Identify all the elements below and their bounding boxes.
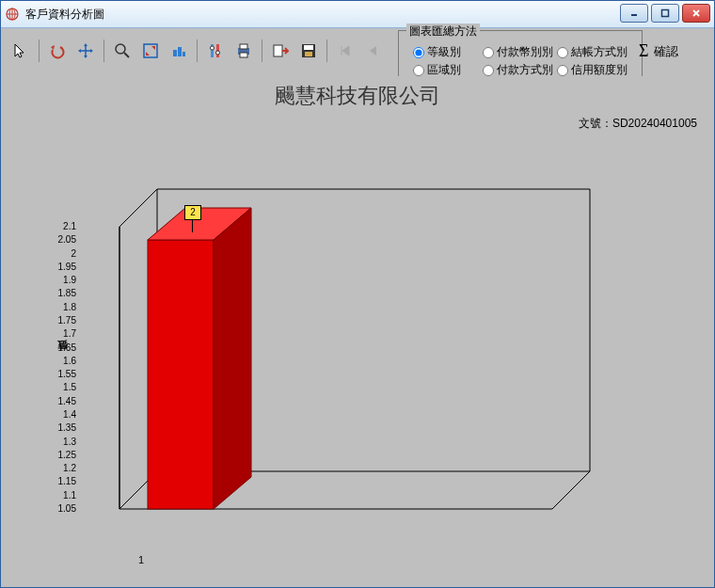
- y-tick: 1.05: [52, 503, 76, 514]
- company-title: 颺慧科技有限公司: [7, 82, 708, 110]
- window-title: 客戶資料分析圖: [25, 7, 104, 23]
- radio-input[interactable]: [557, 47, 568, 58]
- marker-line: [192, 219, 193, 232]
- prev-icon: [362, 40, 385, 62]
- y-tick: 1.7: [52, 328, 76, 339]
- y-tick: 1.75: [52, 315, 76, 326]
- svg-line-11: [124, 53, 129, 57]
- svg-rect-23: [274, 45, 282, 56]
- svg-rect-14: [178, 47, 182, 56]
- y-tick: 1.8: [52, 302, 76, 312]
- svg-rect-5: [662, 10, 669, 17]
- value-marker: 2: [184, 205, 201, 220]
- close-button[interactable]: [682, 4, 710, 23]
- window-buttons: [620, 4, 710, 23]
- radio-0[interactable]: 等級別: [413, 44, 479, 60]
- save-icon[interactable]: [297, 40, 320, 62]
- svg-rect-31: [148, 240, 214, 509]
- settings-icon[interactable]: [204, 40, 227, 62]
- y-tick: 1.55: [52, 369, 76, 379]
- zoom-in-icon[interactable]: [139, 40, 162, 62]
- y-tick: 2.1: [52, 221, 76, 231]
- radio-input[interactable]: [483, 47, 494, 58]
- y-tick: 2: [52, 248, 76, 259]
- y-tick: 1.95: [52, 262, 76, 272]
- radio-input[interactable]: [413, 47, 424, 58]
- svg-rect-22: [240, 53, 247, 57]
- radio-input[interactable]: [557, 65, 568, 76]
- zoom-icon[interactable]: [111, 40, 134, 62]
- radio-2[interactable]: 結帳方式別: [557, 44, 628, 60]
- toolbar: 圖表匯總方法 等級別付款幣別別結帳方式別區域別付款方式別信用額度別 Σ 確認: [1, 28, 714, 79]
- app-window: 客戶資料分析圖 圖表匯總方法 等級別付款幣別別結帳方式別區域別付款方式別信用額度…: [0, 0, 715, 588]
- y-tick: 1.85: [52, 288, 76, 298]
- separator: [197, 40, 198, 62]
- y-tick: 1.5: [52, 382, 76, 392]
- print-icon[interactable]: [232, 40, 255, 62]
- chart-3d-icon[interactable]: [167, 40, 190, 62]
- doc-number: 文號：SD20240401005: [579, 116, 697, 132]
- svg-point-19: [216, 51, 220, 55]
- move-icon[interactable]: [74, 40, 97, 62]
- y-tick: 1.65: [52, 342, 76, 353]
- sigma-icon: Σ: [639, 41, 648, 61]
- radio-input[interactable]: [483, 65, 494, 76]
- svg-rect-13: [173, 50, 177, 56]
- separator: [262, 40, 262, 62]
- y-tick: 1.45: [52, 396, 76, 406]
- separator: [326, 40, 327, 62]
- y-tick: 1.1: [52, 490, 76, 501]
- chart-svg: [82, 180, 609, 547]
- y-ticks: 2.12.0521.951.91.851.81.751.71.651.61.55…: [78, 180, 112, 547]
- svg-point-18: [211, 46, 214, 50]
- chart-area: 颺慧科技有限公司 文號：SD20240401005: [7, 76, 708, 581]
- svg-point-10: [116, 44, 125, 54]
- group-legend: 圖表匯總方法: [406, 24, 480, 40]
- pointer-icon[interactable]: [9, 40, 32, 62]
- chart-plot: 2 數值 2.12.0521.951.91.851.81.751.71.651.…: [82, 180, 609, 547]
- svg-marker-33: [214, 208, 251, 509]
- undo-icon[interactable]: [46, 40, 69, 62]
- y-tick: 1.3: [52, 437, 76, 447]
- radio-input[interactable]: [413, 65, 424, 76]
- svg-rect-25: [304, 45, 313, 50]
- y-tick: 1.4: [52, 409, 76, 420]
- svg-rect-15: [183, 52, 185, 56]
- y-tick: 1.35: [52, 422, 76, 433]
- y-tick: 1.6: [52, 356, 76, 366]
- y-tick: 1.9: [52, 275, 76, 285]
- confirm-label: 確認: [654, 43, 678, 60]
- y-tick: 1.25: [52, 450, 76, 460]
- svg-line-36: [552, 189, 590, 227]
- maximize-button[interactable]: [651, 4, 679, 23]
- app-icon: [5, 7, 20, 22]
- y-tick: 1.15: [52, 476, 76, 486]
- confirm-button[interactable]: Σ 確認: [639, 41, 678, 61]
- svg-rect-26: [305, 52, 312, 56]
- export-icon[interactable]: [269, 40, 292, 62]
- y-tick: 1.2: [52, 463, 76, 473]
- titlebar: 客戶資料分析圖: [1, 1, 714, 28]
- separator: [39, 40, 40, 62]
- radio-1[interactable]: 付款幣別別: [483, 44, 553, 60]
- x-category: 1: [138, 554, 144, 565]
- svg-rect-21: [240, 44, 247, 49]
- separator: [103, 40, 104, 62]
- y-tick: 2.05: [52, 234, 76, 245]
- first-icon: [334, 40, 357, 62]
- minimize-button[interactable]: [620, 4, 648, 23]
